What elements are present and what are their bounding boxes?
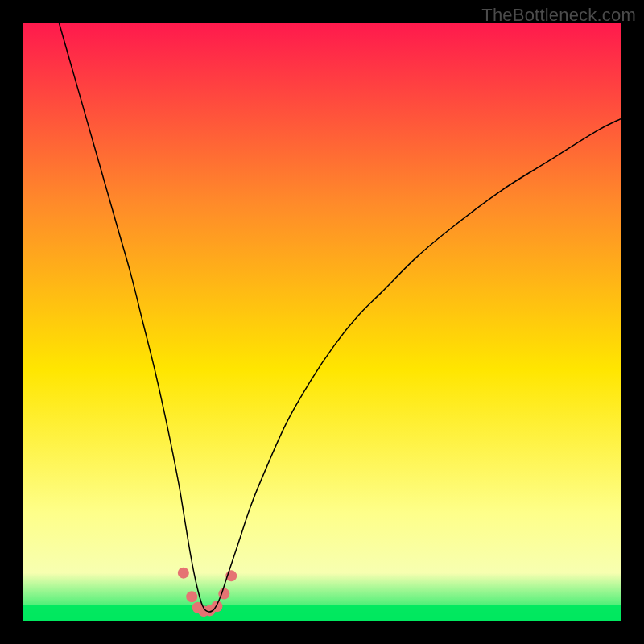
green-baseline-band — [23, 605, 621, 621]
plot-area — [23, 23, 621, 621]
bottleneck-chart — [23, 23, 621, 621]
watermark-text: TheBottleneck.com — [481, 5, 636, 26]
marker-dot — [178, 568, 189, 579]
gradient-background — [23, 23, 621, 621]
chart-frame: TheBottleneck.com — [0, 0, 644, 644]
marker-dot — [186, 591, 197, 602]
